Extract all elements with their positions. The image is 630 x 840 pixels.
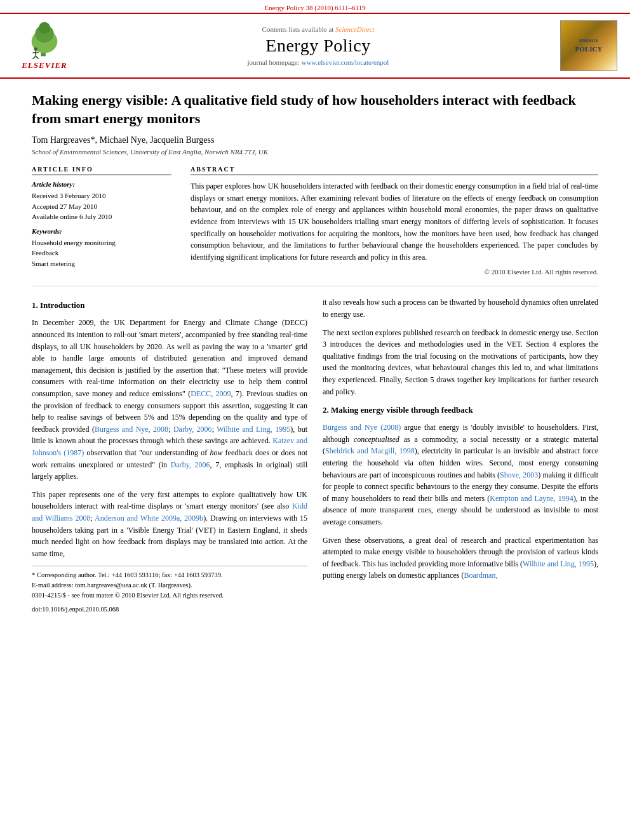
ref-boardman[interactable]: Boardman, bbox=[464, 571, 497, 580]
history-label: Article history: bbox=[32, 180, 171, 188]
received-date: Received 3 February 2010 bbox=[32, 190, 171, 201]
section1-para1: In December 2009, the UK Department for … bbox=[32, 317, 307, 482]
keyword-3: Smart metering bbox=[32, 258, 171, 269]
ref-shove[interactable]: Shove, 2003 bbox=[500, 470, 538, 479]
footnote-area: * Corresponding author. Tel.: +44 1603 5… bbox=[32, 566, 307, 614]
main-columns: 1. Introduction In December 2009, the UK… bbox=[32, 297, 598, 614]
article-authors: Tom Hargreaves*, Michael Nye, Jacquelin … bbox=[32, 135, 598, 145]
ref-darby[interactable]: Darby, 2006 bbox=[173, 425, 212, 434]
ref-darby2[interactable]: Darby, 2006 bbox=[171, 460, 210, 469]
copyright-line: © 2010 Elsevier Ltd. All rights reserved… bbox=[191, 268, 598, 276]
homepage-url[interactable]: www.elsevier.com/locate/enpol bbox=[301, 58, 389, 66]
ref-decc[interactable]: DECC, 2009 bbox=[191, 389, 231, 398]
page: Energy Policy 38 (2010) 6111–6119 bbox=[0, 0, 630, 840]
footnote-license: 0301-4215/$ - see front matter © 2010 El… bbox=[32, 590, 307, 601]
section1-heading: 1. Introduction bbox=[32, 299, 307, 312]
abstract-col: ABSTRACT This paper explores how UK hous… bbox=[191, 166, 598, 276]
doi-line: doi:10.1016/j.enpol.2010.05.068 bbox=[32, 604, 307, 615]
article-title: Making energy visible: A qualitative fie… bbox=[32, 91, 598, 128]
section2-heading: 2. Making energy visible through feedbac… bbox=[323, 404, 598, 417]
elsevier-logo: ELSEVIER bbox=[13, 21, 76, 70]
ref-burgess-nye2[interactable]: Burgess and Nye (2008) bbox=[323, 423, 401, 432]
svg-line-8 bbox=[36, 56, 39, 59]
sciencedirect-link[interactable]: ScienceDirect bbox=[335, 25, 374, 33]
sciencedirect-prefix: Contents lists available at bbox=[262, 25, 335, 33]
sciencedirect-line: Contents lists available at ScienceDirec… bbox=[76, 25, 560, 33]
ep-logo-bottom: POLICY bbox=[575, 45, 603, 53]
ref-katzev[interactable]: Katzev and Johnson's (1987) bbox=[32, 436, 307, 457]
ref-anderson[interactable]: Anderson and White 2009a, 2009b bbox=[95, 514, 203, 523]
section-divider bbox=[32, 286, 598, 286]
svg-point-4 bbox=[34, 48, 37, 51]
keywords-label: Keywords: bbox=[32, 227, 171, 235]
elsevier-tree-icon bbox=[19, 21, 70, 59]
article-meta-area: ARTICLE INFO Article history: Received 3… bbox=[32, 166, 598, 276]
svg-point-3 bbox=[39, 22, 50, 34]
journal-top-bar: Energy Policy 38 (2010) 6111–6119 bbox=[0, 0, 630, 14]
article-affiliation: School of Environmental Sciences, Univer… bbox=[32, 148, 598, 156]
footnote-email: E-mail address: tom.hargreaves@uea.ac.uk… bbox=[32, 580, 307, 590]
elsevier-logo-inner: ELSEVIER bbox=[13, 21, 76, 70]
article-info-col: ARTICLE INFO Article history: Received 3… bbox=[32, 166, 171, 276]
ref-wilhite2[interactable]: Wilhite and Ling, 1995 bbox=[523, 559, 594, 568]
journal-homepage: journal homepage: www.elsevier.com/locat… bbox=[76, 58, 560, 66]
right-column: it also reveals how such a process can b… bbox=[323, 297, 598, 614]
section1-right-para2: The next section explores published rese… bbox=[323, 327, 598, 398]
journal-name: Energy Policy bbox=[76, 36, 560, 56]
section2-para1: Burgess and Nye (2008) argue that energy… bbox=[323, 422, 598, 528]
keyword-2: Feedback bbox=[32, 248, 171, 258]
elsevier-wordmark: ELSEVIER bbox=[22, 60, 67, 70]
energy-policy-logo: ENERGY POLICY bbox=[560, 20, 617, 71]
journal-citation: Energy Policy 38 (2010) 6111–6119 bbox=[264, 4, 365, 11]
left-column: 1. Introduction In December 2009, the UK… bbox=[32, 297, 307, 614]
journal-title-block: Contents lists available at ScienceDirec… bbox=[76, 25, 560, 66]
section1-right-para1: it also reveals how such a process can b… bbox=[323, 297, 598, 320]
abstract-header: ABSTRACT bbox=[191, 166, 598, 175]
ref-wilhite[interactable]: Wilhite and Ling, 1995 bbox=[217, 425, 290, 434]
section2-para2: Given these observations, a great deal o… bbox=[323, 535, 598, 582]
section1-para2: This paper represents one of the very fi… bbox=[32, 489, 307, 560]
svg-line-7 bbox=[33, 56, 36, 59]
ref-sheldrick[interactable]: Sheldrick and Macgill, 1998 bbox=[325, 446, 415, 455]
article-content: Making energy visible: A qualitative fie… bbox=[0, 79, 630, 633]
ref-kempton[interactable]: Kempton and Layne, 1994 bbox=[490, 494, 573, 503]
footnote-corresponding: * Corresponding author. Tel.: +44 1603 5… bbox=[32, 570, 307, 580]
abstract-text: This paper explores how UK householders … bbox=[191, 180, 598, 263]
keyword-1: Household energy monitoring bbox=[32, 237, 171, 248]
ep-logo-top: ENERGY bbox=[579, 38, 598, 43]
article-info-header: ARTICLE INFO bbox=[32, 166, 171, 175]
homepage-prefix: journal homepage: bbox=[248, 58, 302, 66]
available-date: Available online 6 July 2010 bbox=[32, 211, 171, 222]
ref-burgess-nye[interactable]: Burgess and Nye, 2008 bbox=[95, 425, 168, 434]
header-area: ELSEVIER Contents lists available at Sci… bbox=[0, 14, 630, 79]
accepted-date: Accepted 27 May 2010 bbox=[32, 201, 171, 212]
